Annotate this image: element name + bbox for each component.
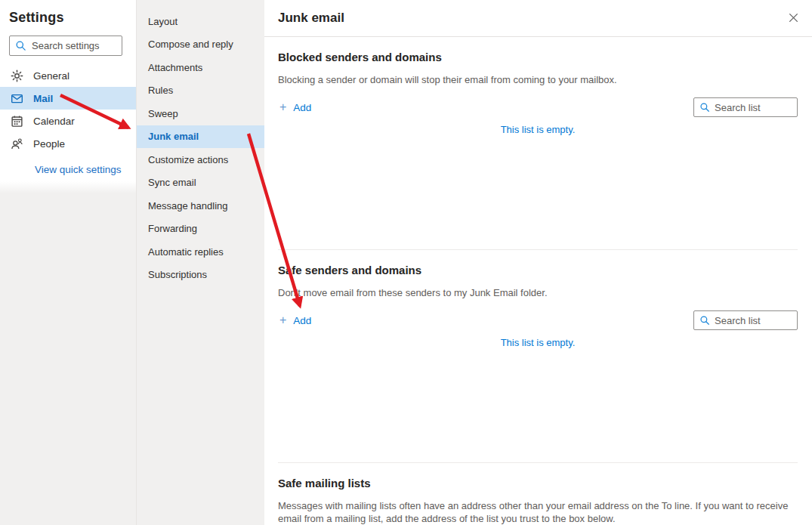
- section-description: Blocking a sender or domain will stop th…: [278, 73, 798, 86]
- section-safe-mailing-lists: Safe mailing lists Messages with mailing…: [278, 462, 798, 525]
- junk-email-panel: Junk email Blocked senders and domains B…: [264, 0, 812, 525]
- category-attachments[interactable]: Attachments: [137, 56, 264, 79]
- settings-search-box[interactable]: [9, 36, 122, 56]
- category-subscriptions[interactable]: Subscriptions: [137, 264, 264, 287]
- category-message-handling[interactable]: Message handling: [137, 194, 264, 218]
- sidebar-item-calendar[interactable]: Calendar: [0, 110, 136, 132]
- panel-title: Junk email: [278, 11, 344, 26]
- section-description: Messages with mailing lists often have a…: [278, 499, 798, 525]
- category-forwarding[interactable]: Forwarding: [137, 218, 264, 241]
- sidebar-item-mail[interactable]: Mail: [0, 87, 136, 110]
- section-safe-senders: Safe senders and domains Don't move emai…: [278, 249, 798, 462]
- mail-settings-categories: Layout Compose and reply Attachments Rul…: [137, 0, 264, 525]
- sidebar-item-label: General: [33, 70, 69, 82]
- category-compose-and-reply[interactable]: Compose and reply: [137, 33, 264, 57]
- view-quick-settings-link[interactable]: View quick settings: [35, 164, 122, 175]
- outlook-settings-window: Settings: [0, 0, 812, 525]
- sidebar-item-label: People: [33, 138, 65, 150]
- section-description: Don't move email from these senders to m…: [278, 286, 798, 299]
- close-icon: [789, 13, 798, 23]
- calendar-icon: [11, 115, 23, 128]
- section-heading: Safe senders and domains: [278, 263, 798, 278]
- category-layout[interactable]: Layout: [137, 10, 264, 33]
- sidebar-item-label: Calendar: [33, 116, 75, 127]
- blocked-search-input[interactable]: [715, 102, 792, 113]
- plus-icon: +: [279, 101, 286, 113]
- section-blocked-senders: Blocked senders and domains Blocking a s…: [278, 37, 798, 249]
- plus-icon: +: [279, 314, 286, 326]
- blocked-search-box[interactable]: [693, 97, 798, 117]
- safe-empty-message: This list is empty.: [278, 337, 798, 348]
- safe-search-box[interactable]: [693, 310, 798, 330]
- settings-search-input[interactable]: [32, 40, 116, 51]
- mail-icon: [11, 92, 23, 105]
- category-sweep[interactable]: Sweep: [137, 102, 264, 125]
- sidebar-item-label: Mail: [33, 93, 53, 104]
- blocked-add-row: + Add: [278, 97, 798, 117]
- blocked-empty-message: This list is empty.: [278, 124, 798, 135]
- category-customize-actions[interactable]: Customize actions: [137, 148, 264, 171]
- add-blocked-sender-button[interactable]: + Add: [278, 101, 313, 113]
- gear-icon: [11, 69, 23, 82]
- settings-nav: General Mail: [0, 64, 136, 155]
- safe-add-row: + Add: [278, 310, 798, 330]
- section-heading: Safe mailing lists: [278, 476, 798, 491]
- close-button[interactable]: [783, 8, 803, 27]
- add-safe-sender-button[interactable]: + Add: [278, 314, 313, 326]
- sidebar-item-people[interactable]: People: [0, 132, 136, 155]
- panel-header: Junk email: [264, 0, 812, 37]
- category-automatic-replies[interactable]: Automatic replies: [137, 240, 264, 264]
- search-icon: [699, 315, 710, 326]
- sidebar-item-general[interactable]: General: [0, 64, 136, 87]
- search-icon: [699, 102, 710, 113]
- section-heading: Blocked senders and domains: [278, 50, 798, 65]
- people-icon: [11, 137, 23, 150]
- settings-sidebar: Settings: [0, 0, 137, 525]
- search-icon: [15, 40, 26, 51]
- safe-search-input[interactable]: [715, 315, 792, 326]
- panel-body: Blocked senders and domains Blocking a s…: [264, 37, 812, 525]
- category-rules[interactable]: Rules: [137, 79, 264, 103]
- category-junk-email[interactable]: Junk email: [137, 125, 264, 149]
- settings-title: Settings: [9, 10, 136, 26]
- category-sync-email[interactable]: Sync email: [137, 171, 264, 195]
